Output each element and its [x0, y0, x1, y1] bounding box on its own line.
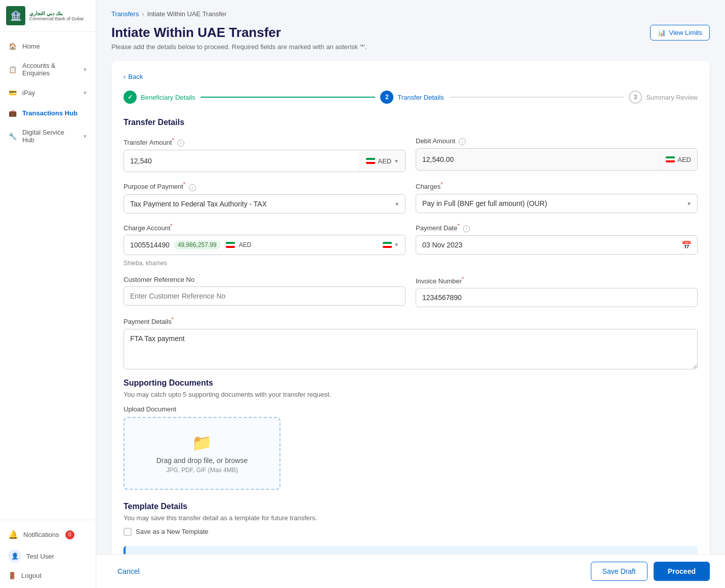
- page-title: Intiate Within UAE Transfer: [111, 25, 367, 40]
- upload-document-label: Upload Document: [124, 405, 698, 413]
- account-balance-badge: 49,986,257.99: [174, 240, 221, 249]
- step-summary-circle: 3: [629, 91, 642, 104]
- form-row-amounts: Transfer Amount* i AED ▼ Debit A: [124, 137, 698, 172]
- save-template-checkbox-row[interactable]: Save as a New Template: [124, 528, 698, 536]
- main-content: Transfers › Intiate Within UAE Transfer …: [96, 0, 725, 588]
- debit-amount-group: Debit Amount i AED: [416, 137, 698, 172]
- payment-details-group: Payment Details* FTA Tax payment: [124, 316, 698, 369]
- charges-group: Charges* Pay in Full (BNF get full amoun…: [416, 181, 698, 213]
- ipay-icon: 💳: [8, 88, 17, 97]
- payment-details-label: Payment Details*: [124, 316, 698, 325]
- currency-chevron-icon: ▼: [394, 158, 399, 164]
- chevron-down-icon: ▼: [83, 134, 88, 139]
- payment-date-label: Payment Date* i: [416, 223, 698, 232]
- breadcrumb: Transfers › Intiate Within UAE Transfer: [111, 10, 710, 18]
- payment-date-group: Payment Date* i 📅: [416, 223, 698, 267]
- payment-details-textarea[interactable]: FTA Tax payment: [124, 329, 698, 369]
- purpose-info-icon[interactable]: i: [189, 184, 196, 191]
- transactions-icon: 💼: [8, 108, 17, 117]
- step-line-2: [449, 97, 624, 98]
- page-footer: Cancel Save Draft Proceed: [96, 554, 725, 588]
- account-owner-name: Shieba, khames: [124, 260, 406, 267]
- debit-amount-info-icon[interactable]: i: [459, 138, 466, 145]
- transfer-details-title: Transfer Details: [124, 118, 698, 127]
- back-arrow-icon: ‹: [124, 73, 126, 80]
- view-limits-button[interactable]: 📊 View Limits: [650, 25, 710, 40]
- charge-account-info: 1005514490 49,986,257.99 AED: [130, 240, 251, 249]
- notifications-badge: 0: [65, 530, 74, 539]
- calendar-icon[interactable]: 📅: [681, 240, 692, 249]
- purpose-of-payment-group: Purpose of Payment* i Tax Payment to Fed…: [124, 181, 406, 213]
- invoice-number-label: Invoice Number*: [416, 276, 698, 285]
- sidebar-logo: 🏦 بنك دبي التجاري Commercial Bank of Dub…: [0, 0, 96, 32]
- sidebar-item-transactions[interactable]: 💼 Transactions Hub: [0, 103, 96, 123]
- breadcrumb-parent[interactable]: Transfers: [111, 10, 139, 18]
- payment-date-wrapper: 📅: [416, 235, 698, 255]
- supporting-docs-title: Supporting Documents: [124, 379, 698, 388]
- page-scroll-area: Transfers › Intiate Within UAE Transfer …: [96, 0, 725, 554]
- view-limits-icon: 📊: [658, 29, 666, 36]
- breadcrumb-current: Intiate Within UAE Transfer: [147, 10, 227, 18]
- logout-icon: 🚪: [8, 572, 16, 579]
- aed-flag-icon: [366, 158, 375, 164]
- step-beneficiary-label: Beneficiary Details: [141, 94, 195, 101]
- sidebar-item-home[interactable]: 🏠 Home: [0, 36, 96, 56]
- transfer-amount-currency[interactable]: AED ▼: [359, 150, 405, 172]
- debit-aed-flag-icon: [666, 156, 675, 162]
- accounts-icon: 📋: [8, 65, 17, 74]
- user-profile-item[interactable]: 👤 Test User: [0, 545, 96, 567]
- home-icon: 🏠: [8, 41, 17, 51]
- page-header: Intiate Within UAE Transfer Please add t…: [111, 25, 710, 51]
- save-draft-button[interactable]: Save Draft: [591, 562, 648, 581]
- upload-file-icon: 📁: [135, 433, 269, 452]
- sidebar-nav: 🏠 Home 📋 Accounts & Enquiries ▼ 💳 iPay ▼…: [0, 32, 96, 520]
- customer-ref-input[interactable]: [124, 286, 406, 306]
- charges-select[interactable]: Pay in Full (BNF get full amount) (OUR): [416, 194, 698, 213]
- charges-select-wrapper: Pay in Full (BNF get full amount) (OUR) …: [416, 194, 698, 213]
- proceed-button[interactable]: Proceed: [654, 562, 710, 581]
- sidebar-item-accounts[interactable]: 📋 Accounts & Enquiries ▼: [0, 56, 96, 82]
- transfer-amount-info-icon[interactable]: i: [177, 140, 184, 147]
- form-row-payment-details: Payment Details* FTA Tax payment: [124, 316, 698, 369]
- digital-icon: 🔧: [8, 132, 17, 141]
- step-summary-label: Summary Review: [646, 94, 698, 101]
- customer-ref-label: Customer Reference No: [124, 276, 406, 283]
- sidebar-item-ipay[interactable]: 💳 iPay ▼: [0, 82, 96, 103]
- payment-date-info-icon[interactable]: i: [463, 225, 470, 232]
- purpose-of-payment-select[interactable]: Tax Payment to Federal Tax Authority - T…: [124, 194, 406, 214]
- sidebar: 🏦 بنك دبي التجاري Commercial Bank of Dub…: [0, 0, 96, 588]
- charges-label: Charges*: [416, 181, 698, 190]
- sidebar-item-digital[interactable]: 🔧 Digital Service Hub ▼: [0, 123, 96, 149]
- page-subtitle: Please add the details below to proceed.…: [111, 43, 367, 51]
- purpose-of-payment-label: Purpose of Payment* i: [124, 181, 406, 191]
- notifications-item[interactable]: 🔔 Notifications 0: [0, 524, 96, 545]
- cancel-button[interactable]: Cancel: [111, 563, 146, 579]
- invoice-number-input[interactable]: [416, 288, 698, 307]
- transfer-amount-label: Transfer Amount* i: [124, 137, 406, 147]
- transfer-amount-input[interactable]: [124, 152, 359, 170]
- step-summary: 3 Summary Review: [629, 91, 698, 104]
- step-transfer-circle: 2: [380, 91, 393, 104]
- payment-date-input[interactable]: [416, 235, 698, 255]
- charge-account-selector[interactable]: 1005514490 49,986,257.99 AED ▼: [124, 235, 406, 255]
- sidebar-bottom: 🔔 Notifications 0 👤 Test User 🚪 Logout: [0, 520, 96, 588]
- upload-drop-zone[interactable]: 📁 Drag and drop file, or browse JPG, PDF…: [124, 417, 280, 490]
- save-template-checkbox[interactable]: [124, 528, 132, 536]
- logout-item[interactable]: 🚪 Logout: [0, 567, 96, 584]
- form-row-ref-invoice: Customer Reference No Invoice Number*: [124, 276, 698, 307]
- back-link[interactable]: ‹ Back: [124, 73, 698, 80]
- debit-amount-currency: AED: [659, 149, 697, 170]
- disclaimer-section: ℹ Disclaimer: The actual Debit Amount fo…: [124, 546, 698, 554]
- account-aed-flag-icon: [226, 242, 235, 248]
- upload-hint: JPG, PDF, GIF (Max 4MB): [135, 467, 269, 474]
- supporting-docs-subtitle: You may catch upto 5 supporting document…: [124, 391, 698, 398]
- charge-account-label: Charge Account*: [124, 223, 406, 232]
- template-details-subtitle: You may save this transfer detail as a t…: [124, 514, 698, 522]
- upload-instruction: Drag and drop file, or browse: [135, 456, 269, 465]
- template-details-section: Template Details You may save this trans…: [124, 502, 698, 536]
- step-line-1: [200, 97, 376, 98]
- form-row-purpose-charges: Purpose of Payment* i Tax Payment to Fed…: [124, 181, 698, 213]
- chevron-down-icon: ▼: [83, 67, 88, 72]
- debit-amount-input: [416, 150, 659, 169]
- chevron-down-icon: ▼: [83, 90, 88, 96]
